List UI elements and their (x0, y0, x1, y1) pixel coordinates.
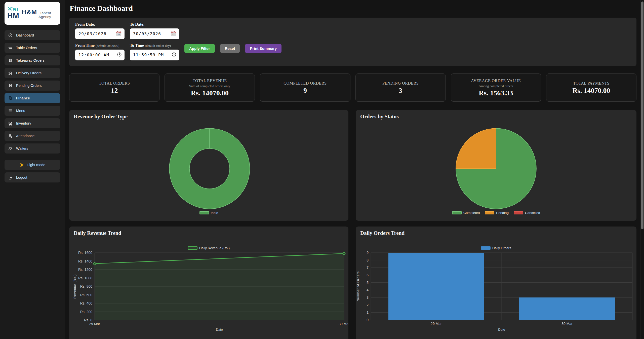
hamburger-icon (8, 108, 13, 113)
sidebar-footer-nav: Light mode Logout (5, 160, 60, 182)
svg-text:30 Mar: 30 Mar (339, 322, 348, 326)
svg-text:Revenue (Rs.): Revenue (Rs.) (73, 274, 77, 299)
reset-button[interactable]: Reset (220, 44, 240, 53)
clock-icon[interactable] (117, 52, 122, 58)
svg-text:17: 17 (172, 33, 175, 35)
apply-filter-button[interactable]: Apply Filter (184, 44, 215, 53)
filter-panel: From Date: 29/03/2026 17 From Time (defa… (69, 18, 636, 66)
legend-item-completed[interactable]: Completed (452, 211, 480, 215)
svg-text:Rs. 200: Rs. 200 (80, 310, 92, 314)
svg-text:29 Mar: 29 Mar (89, 322, 100, 326)
from-time-hint: (default 00:00:00) (96, 44, 119, 48)
print-summary-button[interactable]: Print Summary (245, 44, 281, 53)
svg-text:Rs. 400: Rs. 400 (80, 301, 92, 305)
revenue-by-order-type-chart (69, 110, 348, 221)
daily-orders-trend-title: Daily Orders Trend (360, 230, 405, 236)
legend-item-cancelled[interactable]: Cancelled (514, 211, 540, 215)
legend-swatch (514, 211, 523, 214)
svg-text:30 Mar: 30 Mar (561, 322, 573, 326)
sidebar-item-light-mode[interactable]: Light mode (5, 160, 60, 170)
logout-icon (8, 175, 13, 180)
sidebar-item-dashboard[interactable]: Dashboard (5, 30, 60, 40)
from-date-label: From Date: (75, 22, 125, 27)
stat-card-total-revenue: TOTAL REVENUE Sum of completed orders on… (165, 73, 255, 102)
sidebar-item-table-orders[interactable]: Table Orders (5, 43, 60, 53)
orders-by-status-card: Orders by Status CompletedPendingCancell… (356, 110, 636, 221)
sidebar-item-finance[interactable]: $ Finance (5, 93, 60, 103)
page-scrollbar[interactable] (640, 0, 644, 339)
calendar-icon[interactable]: 17 (116, 31, 122, 37)
orders-by-status-chart (356, 110, 636, 221)
sidebar-item-attendance[interactable]: Attendance (5, 131, 60, 141)
sidebar-divider (5, 156, 60, 156)
legend-item-daily-revenue-rs[interactable]: Daily Revenue (Rs.) (188, 246, 230, 250)
daily-orders-trend-chart: 012345678929 Mar30 MarDateNumber of Orde… (356, 227, 636, 339)
stat-card-total-payments: TOTAL PAYMENTS Rs. 14070.00 (546, 73, 636, 102)
daily-orders-trend-legend: Daily Orders (356, 246, 636, 250)
sidebar: HM H&M Tanent Agency Dashboard Table Ord… (0, 0, 65, 339)
finance-doc-icon: $ (8, 96, 13, 101)
svg-text:9: 9 (367, 251, 369, 255)
dashboard-icon (8, 33, 13, 38)
svg-text:1: 1 (367, 310, 369, 314)
to-date-input[interactable]: 30/03/2026 17 (130, 28, 179, 39)
calendar-icon[interactable]: 17 (170, 31, 176, 37)
svg-text:Rs. 1200: Rs. 1200 (78, 268, 92, 272)
svg-text:8: 8 (367, 258, 369, 262)
stat-card-pending-orders: PENDING ORDERS 3 (355, 73, 446, 102)
stat-card-average-order-value: AVERAGE ORDER VALUE Among completed orde… (451, 73, 541, 102)
svg-text:29 Mar: 29 Mar (431, 322, 442, 326)
svg-text:2: 2 (367, 303, 369, 307)
to-date-label: To Date: (130, 22, 179, 27)
revenue-by-order-type-card: Revenue by Order Type table (69, 110, 348, 221)
svg-text:4: 4 (367, 288, 369, 292)
clock-icon[interactable] (172, 52, 176, 58)
sidebar-item-pending-orders[interactable]: Pending Orders (5, 81, 60, 91)
svg-text:Date: Date (216, 328, 223, 331)
stat-card-completed-orders: COMPLETED ORDERS 9 (260, 73, 350, 102)
from-time-input[interactable]: 12:00:00 AM (75, 50, 125, 60)
brand-sub-line2: Agency (38, 15, 51, 19)
to-time-input[interactable]: 11:59:59 PM (130, 50, 179, 60)
svg-text:3: 3 (367, 295, 369, 299)
brand-sub-line1: Tanent (40, 11, 51, 15)
svg-text:Rs. 1000: Rs. 1000 (78, 276, 92, 280)
table-icon (8, 46, 13, 50)
finance-dashboard-page: { "sidebar": { "logo": { "monogram": "HM… (0, 0, 644, 339)
waiters-icon (8, 146, 13, 151)
orders-by-status-legend: CompletedPendingCancelled (356, 211, 636, 215)
orders-by-status-title: Orders by Status (360, 114, 399, 120)
svg-text:17: 17 (117, 33, 120, 35)
legend-item-table[interactable]: table (199, 211, 218, 215)
sidebar-item-inventory[interactable]: Inventory (5, 118, 60, 128)
sidebar-item-menu[interactable]: Menu (5, 106, 60, 116)
svg-text:0: 0 (367, 318, 369, 322)
brand-logo: HM H&M Tanent Agency (5, 2, 60, 25)
legend-swatch (485, 211, 494, 214)
charts-grid: Revenue by Order Type table Orders by St… (69, 110, 636, 339)
stats-row: TOTAL ORDERS 12 TOTAL REVENUE Sum of com… (69, 73, 636, 102)
handtruck-icon (8, 121, 13, 126)
logo-monogram: HM (7, 12, 19, 20)
from-date-input[interactable]: 29/03/2026 17 (75, 28, 125, 39)
revenue-by-order-type-legend: table (69, 211, 348, 215)
sun-icon (19, 163, 24, 167)
daily-revenue-trend-title: Daily Revenue Trend (74, 230, 121, 236)
legend-swatch (188, 246, 197, 250)
receipt-icon (8, 83, 13, 88)
scrollbar-thumb[interactable] (641, 2, 643, 229)
to-time-hint: (default end of day) (145, 44, 171, 48)
legend-item-pending[interactable]: Pending (485, 211, 509, 215)
sidebar-item-logout[interactable]: Logout (5, 172, 60, 182)
revenue-by-order-type-title: Revenue by Order Type (74, 114, 128, 120)
sidebar-item-delivery-orders[interactable]: Delivery Orders (5, 68, 60, 78)
svg-text:$: $ (10, 97, 11, 99)
svg-text:Date: Date (498, 328, 505, 331)
sidebar-item-waiters[interactable]: Waiters (5, 143, 60, 154)
svg-text:Number of Orders: Number of Orders (356, 271, 360, 301)
receipt-icon (8, 58, 13, 63)
legend-item-daily-orders[interactable]: Daily Orders (481, 246, 511, 250)
svg-text:5: 5 (367, 281, 369, 285)
sidebar-item-takeaway-orders[interactable]: Takeaway Orders (5, 55, 60, 65)
brand-logo-graphic: HM (7, 6, 20, 20)
